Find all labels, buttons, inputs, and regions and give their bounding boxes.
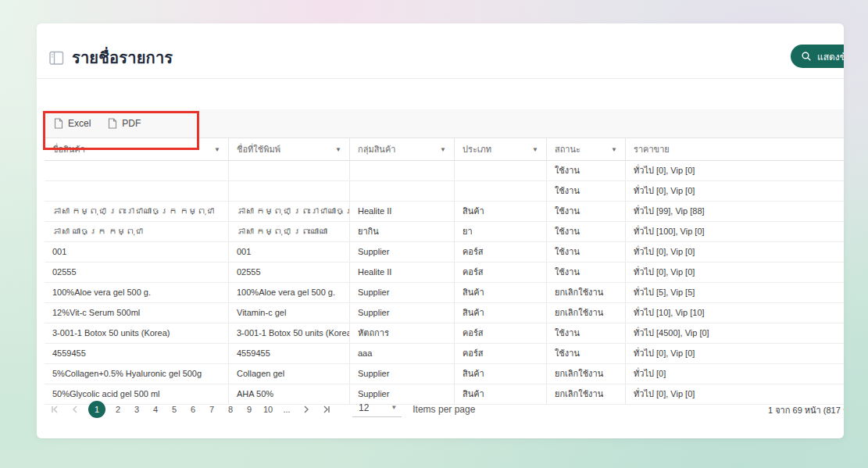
table-row[interactable]: 3-001-1 Botox 50 units (Korea) 3-001-1 B… [45, 323, 844, 344]
cell-product-name [45, 161, 229, 180]
cell-print-name: 100%Aloe vera gel 500 g. [229, 283, 350, 302]
cell-print-name: Vitamin-c gel [229, 303, 350, 323]
table-row[interactable]: ใช้งาน ทั่วไป [0], Vip [0] [45, 161, 844, 181]
table-row[interactable]: 4559455 4559455 aaa คอร์ส ใช้งาน ทั่วไป … [45, 344, 844, 364]
cell-sale-price: ทั่วไป [0], Vip [0] [626, 161, 844, 180]
cell-product-group: ยากิน [350, 222, 455, 241]
table-row[interactable]: ភាសា ណាចក្រ កម្ពុជា ភាសា កម្ពុជា ព្រះណាណ… [45, 222, 844, 242]
cell-print-name [229, 161, 350, 180]
cell-product-group: Healite II [350, 263, 455, 282]
column-header-print-name: ชื่อที่ใช้พิมพ์ ▼ [229, 138, 350, 160]
export-pdf-button[interactable]: PDF [108, 118, 141, 129]
cell-sale-price: ทั่วไป [0], Vip [0] [626, 242, 844, 262]
cell-product-group: Healite II [350, 202, 455, 221]
page-title: รายชื่อรายการ [72, 45, 173, 70]
filter-caret-icon[interactable]: ▼ [214, 146, 220, 153]
page-number[interactable]: 10 [259, 400, 277, 419]
excel-file-icon [54, 118, 63, 129]
cell-status: ยกเลิกใช้งาน [547, 283, 626, 302]
cell-product-name: ភាសា ណាចក្រ កម្ពុជា [45, 222, 229, 241]
pagination-summary: 1 จาก 69 หน้า (817 รายการ) [768, 403, 844, 417]
cell-type [455, 181, 547, 201]
page-number[interactable]: 9 [240, 400, 259, 419]
list-layout-icon [49, 51, 64, 66]
cell-product-group: Supplier [350, 283, 455, 302]
column-label: ราคาขาย [634, 142, 670, 156]
cell-status: ใช้งาน [547, 181, 626, 201]
page-number[interactable]: 8 [221, 400, 240, 419]
table-row[interactable]: 5%Collagen+0.5% Hyaluronic gel 500g Coll… [45, 364, 844, 384]
table-row[interactable]: ភាសា កម្ពុជា ព្រះរាជាណាចក្រ កម្ពុជា ភាសា… [45, 202, 844, 222]
table-row[interactable]: 02555 02555 Healite II คอร์ส ใช้งาน ทั่ว… [45, 263, 844, 283]
cell-status: ยกเลิกใช้งาน [547, 303, 626, 323]
page-size-value: 12 [359, 402, 369, 413]
content-card: รายชื่อรายการ แสดงข้อมูล Excel [37, 23, 844, 438]
export-pdf-label: PDF [122, 118, 141, 129]
last-page-icon[interactable] [316, 399, 337, 420]
cell-type: สินค้า [455, 283, 547, 302]
page-number[interactable]: 7 [202, 400, 221, 419]
cell-sale-price: ทั่วไป [0] [626, 364, 844, 384]
export-excel-button[interactable]: Excel [54, 118, 91, 129]
column-label: ประเภท [463, 142, 491, 156]
filter-caret-icon[interactable]: ▼ [440, 146, 446, 153]
page-number[interactable]: 3 [127, 400, 146, 419]
table-row[interactable]: 001 001 Supplier คอร์ส ใช้งาน ทั่วไป [0]… [45, 242, 844, 263]
filter-caret-icon[interactable]: ▼ [335, 146, 341, 153]
search-icon [801, 51, 812, 62]
cell-product-group: หัตถการ [350, 323, 455, 343]
column-label: ชื่อที่ใช้พิมพ์ [237, 142, 280, 156]
cell-product-group [350, 161, 455, 180]
items-table: ชื่อสินค้า ▼ ชื่อที่ใช้พิมพ์ ▼ กลุ่มสินค… [45, 138, 844, 405]
cell-product-group: aaa [350, 344, 455, 363]
table-row[interactable]: ใช้งาน ทั่วไป [0], Vip [0] [45, 181, 844, 202]
page-number[interactable]: 4 [146, 400, 165, 419]
cell-product-name: 5%Collagen+0.5% Hyaluronic gel 500g [45, 364, 229, 384]
cell-print-name: ភាសា កម្ពុជា ព្រះណាណា [229, 222, 350, 241]
table-row[interactable]: 12%Vit-c Serum 500ml Vitamin-c gel Suppl… [45, 303, 844, 323]
column-header-type: ประเภท ▼ [455, 138, 547, 160]
filter-caret-icon[interactable]: ▼ [532, 146, 538, 153]
chevron-down-icon: ▼ [391, 404, 397, 411]
cell-status: ใช้งาน [547, 323, 626, 343]
cell-sale-price: ทั่วไป [0], Vip [0] [626, 344, 844, 363]
cell-type: ยา [455, 222, 547, 241]
column-header-product-name: ชื่อสินค้า ▼ [45, 138, 229, 160]
table-row[interactable]: 100%Aloe vera gel 500 g. 100%Aloe vera g… [45, 283, 844, 303]
page-number-active[interactable]: 1 [88, 401, 105, 418]
cell-status: ใช้งาน [547, 202, 626, 221]
page-number[interactable]: 5 [165, 400, 184, 419]
column-label: สถานะ [555, 142, 580, 156]
table-header-row: ชื่อสินค้า ▼ ชื่อที่ใช้พิมพ์ ▼ กลุ่มสินค… [45, 138, 844, 161]
cell-type: คอร์ส [455, 323, 547, 343]
column-label: ชื่อสินค้า [52, 142, 85, 156]
page-number[interactable]: 2 [109, 400, 127, 419]
cell-print-name: 001 [229, 242, 350, 262]
export-excel-label: Excel [68, 118, 91, 129]
cell-print-name: 3-001-1 Botox 50 units (Korea) [229, 323, 350, 343]
next-page-icon[interactable] [296, 399, 316, 420]
cell-print-name: 4559455 [229, 344, 350, 363]
pdf-file-icon [108, 118, 117, 129]
filter-caret-icon[interactable]: ▼ [611, 146, 617, 153]
pagination-bar: 1 2 3 4 5 6 7 8 9 10 ... 12 ▼ Items per … [45, 394, 844, 425]
first-page-icon[interactable] [45, 399, 65, 420]
previous-page-icon[interactable] [65, 399, 85, 420]
export-toolbar: Excel PDF [45, 109, 844, 138]
page-number[interactable]: 6 [184, 400, 202, 419]
cell-sale-price: ทั่วไป [0], Vip [0] [626, 181, 844, 201]
cell-sale-price: ทั่วไป [0], Vip [0] [626, 263, 844, 282]
cell-type: คอร์ส [455, 242, 547, 262]
cell-status: ใช้งาน [547, 344, 626, 363]
show-data-button-label: แสดงข้อมูล [817, 49, 844, 64]
cell-product-name: 02555 [45, 263, 229, 282]
show-data-button[interactable]: แสดงข้อมูล [791, 45, 844, 68]
items-per-page-label: Items per page [413, 404, 475, 415]
cell-product-group [350, 181, 455, 201]
cell-status: ยกเลิกใช้งาน [547, 364, 626, 384]
cell-product-group: Supplier [350, 364, 455, 384]
cell-product-group: Supplier [350, 303, 455, 323]
column-label: กลุ่มสินค้า [358, 142, 395, 156]
page-size-select[interactable]: 12 ▼ [352, 402, 402, 417]
cell-type: สินค้า [455, 364, 547, 384]
